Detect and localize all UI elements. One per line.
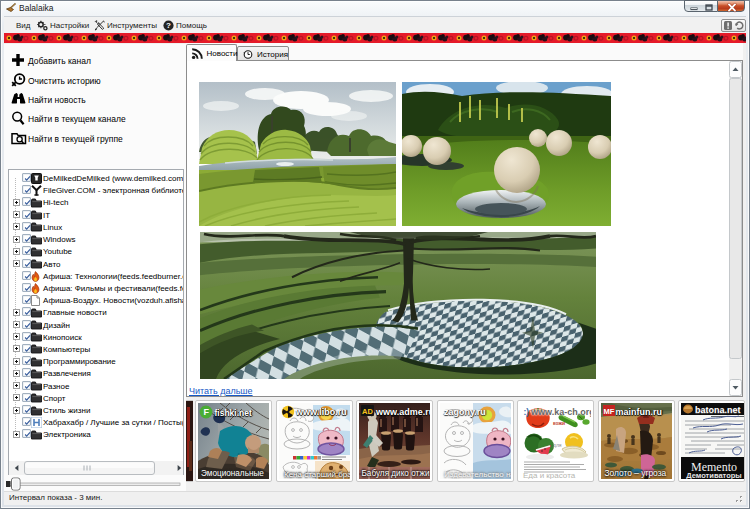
- svg-text:?: ?: [166, 21, 171, 30]
- svg-text:batona.net: batona.net: [695, 405, 741, 415]
- svg-text:MF: MF: [603, 407, 614, 416]
- svg-text:Демотиваторы: Демотиваторы: [686, 471, 741, 479]
- svg-text:AD: AD: [362, 407, 373, 416]
- svg-text:www.libo.ru: www.libo.ru: [295, 407, 347, 417]
- svg-text:F: F: [204, 407, 210, 417]
- svg-text:Еда и красота: Еда и красота: [523, 471, 576, 479]
- svg-text:Кена старший брат: Кена старший брат: [284, 470, 350, 479]
- svg-text:Золото – угроза: Золото – угроза: [604, 468, 666, 478]
- svg-text:fishki.net: fishki.net: [215, 408, 252, 418]
- svg-text:mainfun.ru: mainfun.ru: [615, 407, 662, 417]
- svg-text:zagony.ru: zagony.ru: [444, 407, 486, 417]
- svg-text:кожи: кожи: [553, 420, 565, 426]
- svg-text:www.ka-ch.org: www.ka-ch.org: [530, 407, 591, 417]
- svg-text:Издевательство над: Издевательство над: [444, 470, 511, 479]
- svg-text:Эмоциональные: Эмоциональные: [201, 469, 264, 478]
- svg-text:www.adme.ru: www.adme.ru: [375, 407, 430, 417]
- svg-text:Бабуля дико отжигает: Бабуля дико отжигает: [362, 469, 431, 478]
- svg-text::): :): [524, 407, 530, 417]
- svg-text:для: для: [553, 442, 562, 448]
